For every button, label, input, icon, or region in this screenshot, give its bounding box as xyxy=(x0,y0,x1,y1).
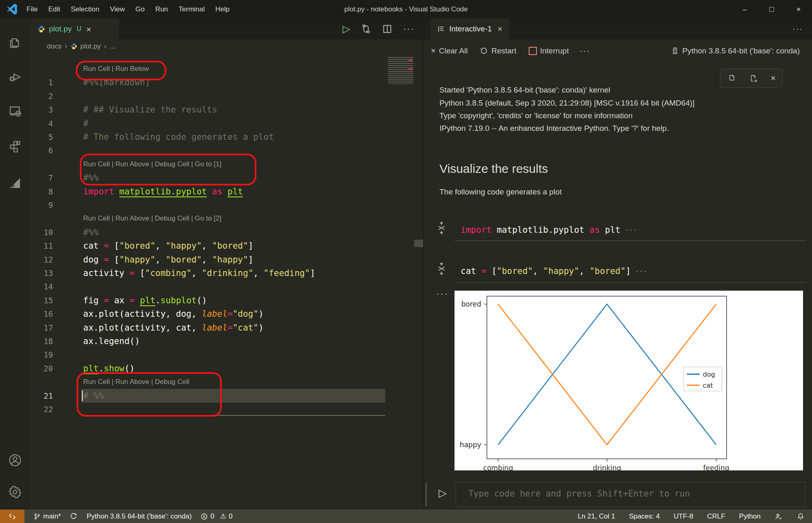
tab-close-icon[interactable]: × xyxy=(86,25,91,33)
executed-cell-code[interactable]: import matplotlib.pyplot as plt ··· xyxy=(461,225,637,235)
cursor-position-item[interactable]: Ln 21, Col 1 xyxy=(578,512,615,521)
interactive-tab-bar: Interactive-1 × ··· xyxy=(424,18,812,40)
menu-selection[interactable]: Selection xyxy=(66,0,105,18)
run-python-file-icon[interactable]: ▷ xyxy=(343,23,350,35)
open-changes-icon[interactable] xyxy=(361,24,371,34)
menu-terminal[interactable]: Terminal xyxy=(173,0,210,18)
editor-scrollbar-thumb[interactable] xyxy=(414,240,423,247)
breadcrumb-file[interactable]: plot.py xyxy=(80,42,101,51)
tab-label: plot.py xyxy=(49,24,72,33)
notifications-bell-icon[interactable] xyxy=(797,512,805,521)
line-number: 7 xyxy=(30,171,53,185)
code-line: 16ax.plot(activity, dog, label="dog") xyxy=(0,307,414,321)
gather-icon[interactable] xyxy=(436,263,447,275)
status-bar: main* Python 3.8.5 64-bit ('base': conda… xyxy=(0,510,812,523)
code-text[interactable]: ax.plot(activity, dog, label="dog") xyxy=(83,307,264,321)
menu-help[interactable]: Help xyxy=(210,0,235,18)
language-mode-item[interactable]: Python xyxy=(739,512,761,521)
toolbar-more-actions-icon[interactable]: ··· xyxy=(579,46,590,55)
menu-run[interactable]: Run xyxy=(150,0,173,18)
interactive-history: × Started 'Python 3.8.5 64-bit ('base': … xyxy=(424,62,812,477)
code-line: 1#%%[markdown] xyxy=(0,75,414,89)
close-icon[interactable]: × xyxy=(770,73,776,84)
code-text[interactable]: # ## Visualize the results xyxy=(83,103,217,117)
code-text[interactable]: ax.plot(activity, cat, label="cat") xyxy=(83,321,264,335)
code-text[interactable]: #%% xyxy=(83,225,99,239)
remote-indicator[interactable] xyxy=(0,510,24,523)
kernel-selector[interactable]: Python 3.8.5 64-bit ('base': conda) xyxy=(671,46,800,55)
gather-icon[interactable] xyxy=(436,222,447,234)
tab-plot-py[interactable]: plot.py U × xyxy=(30,18,119,40)
close-window-button[interactable]: × xyxy=(785,0,812,18)
menu-file[interactable]: File xyxy=(21,0,43,18)
cell-separator xyxy=(455,241,806,241)
code-line: 2 xyxy=(0,89,414,103)
copy-icon[interactable] xyxy=(727,74,736,83)
code-input-box[interactable]: Type code here and press Shift+Enter to … xyxy=(456,482,805,507)
chevron-right-icon: › xyxy=(104,42,106,51)
restart-button[interactable]: Restart xyxy=(480,46,516,55)
line-number: 20 xyxy=(30,362,53,375)
line-number: 12 xyxy=(30,253,53,267)
maximize-button[interactable]: □ xyxy=(758,0,785,18)
svg-text:dog: dog xyxy=(703,371,715,378)
panel-more-actions-icon[interactable]: ··· xyxy=(792,24,803,33)
settings-gear-icon[interactable] xyxy=(0,479,30,505)
breadcrumb: docs › plot.py › ... xyxy=(30,40,424,53)
run-input-icon[interactable]: ▷ xyxy=(439,487,447,499)
clear-all-button[interactable]: × Clear All xyxy=(431,46,468,55)
editor-more-actions-icon[interactable]: ··· xyxy=(403,24,415,34)
encoding-item[interactable]: UTF-8 xyxy=(673,512,693,521)
code-line: 13activity = ["combing", "drinking", "fe… xyxy=(0,266,414,280)
feedback-icon[interactable] xyxy=(774,512,783,521)
interactive-window-icon xyxy=(437,25,445,33)
line-number: 11 xyxy=(30,239,53,253)
matplotlib-plot: boredhappycombingdrinkingfeedingdogcat xyxy=(455,291,803,470)
output-more-actions-icon[interactable]: ··· xyxy=(436,289,449,299)
clear-all-icon: × xyxy=(431,46,436,55)
minimap-red-mark xyxy=(408,68,413,70)
code-text[interactable]: fig = ax = plt.subplot() xyxy=(83,293,207,307)
executed-cell-code[interactable]: cat = ["bored", "happy", "bored"] ··· xyxy=(461,266,647,276)
minimize-button[interactable]: – xyxy=(731,0,758,18)
code-editor[interactable]: Run Cell | Run Below1#%%[markdown]23# ##… xyxy=(30,53,424,510)
breadcrumb-folder[interactable]: docs xyxy=(47,42,62,51)
kernel-message: Started 'Python 3.8.5 64-bit ('base': co… xyxy=(439,86,610,95)
code-line: 8import matplotlib.pyplot as plt xyxy=(0,185,414,199)
split-editor-icon[interactable] xyxy=(382,24,393,34)
editor-tab-bar: plot.py U × ▷ ··· xyxy=(30,18,424,40)
tab-label: Interactive-1 xyxy=(449,24,492,33)
code-text[interactable]: dog = ["happy", "bored", "happy"] xyxy=(83,253,253,267)
code-text[interactable]: cat = ["bored", "happy", "bored"] xyxy=(83,239,253,253)
export-icon[interactable] xyxy=(749,74,758,83)
markdown-paragraph: The following code generates a plot xyxy=(439,188,562,196)
python-interpreter-item[interactable]: Python 3.8.5 64-bit ('base': conda) xyxy=(86,512,192,521)
minimap[interactable] xyxy=(388,57,413,84)
explorer-icon[interactable] xyxy=(0,30,30,56)
code-text[interactable]: import matplotlib.pyplot as plt xyxy=(83,185,243,199)
sync-icon[interactable] xyxy=(70,512,77,520)
menu-edit[interactable]: Edit xyxy=(43,0,65,18)
code-text[interactable]: # xyxy=(83,117,88,130)
svg-text:cat: cat xyxy=(703,382,713,389)
breadcrumb-symbol[interactable]: ... xyxy=(110,42,115,51)
codelens-actions[interactable]: Run Cell | Run Above | Debug Cell | Go t… xyxy=(83,212,221,225)
eol-item[interactable]: CRLF xyxy=(707,512,725,521)
menu-go[interactable]: Go xyxy=(130,0,150,18)
python-file-icon xyxy=(71,43,77,50)
menu-bar: File Edit Selection View Go Run Terminal… xyxy=(21,0,235,18)
code-text[interactable]: ax.legend() xyxy=(83,334,140,348)
menu-view[interactable]: View xyxy=(105,0,130,18)
tab-close-icon[interactable]: × xyxy=(498,24,503,34)
tab-interactive-1[interactable]: Interactive-1 × xyxy=(430,18,509,40)
interrupt-button[interactable]: Interrupt xyxy=(529,46,569,55)
git-branch-item[interactable]: main* xyxy=(33,512,61,521)
code-line: 4# xyxy=(0,117,414,130)
account-icon[interactable] xyxy=(0,447,30,473)
code-line: 14 xyxy=(0,280,414,293)
problems-item[interactable]: 0 ⚠ 0 xyxy=(201,512,232,521)
code-text[interactable]: # The following code generates a plot xyxy=(83,130,274,144)
indentation-item[interactable]: Spaces: 4 xyxy=(629,512,660,521)
code-line: 19 xyxy=(0,348,414,362)
code-text[interactable]: activity = ["combing", "drinking", "feed… xyxy=(83,266,315,280)
